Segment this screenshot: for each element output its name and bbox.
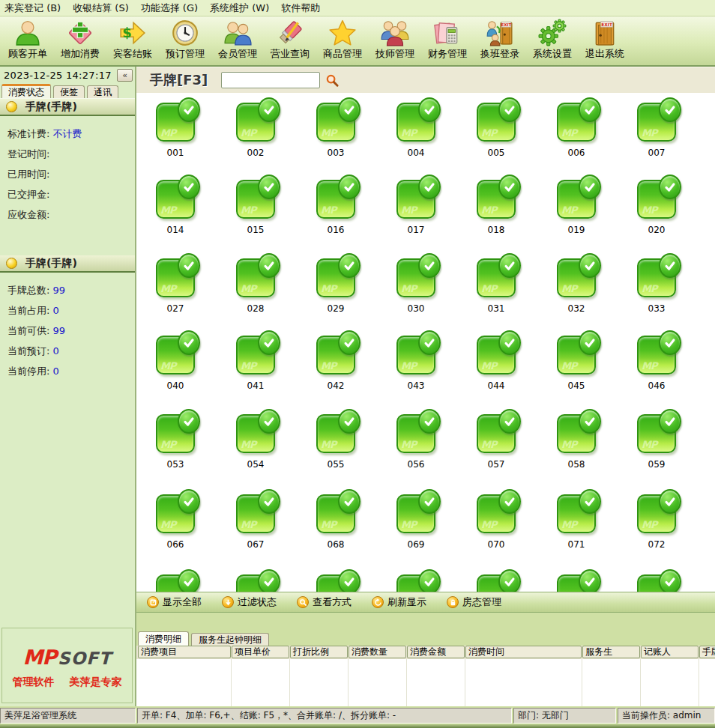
hand-tag[interactable]: MP — [456, 574, 536, 592]
hand-tag[interactable]: MP — [376, 574, 456, 592]
hand-tag[interactable]: MP — [216, 574, 295, 592]
hand-tag[interactable]: MP056 — [376, 414, 456, 470]
action-button-room-status[interactable]: 房态管理 — [447, 595, 501, 609]
hand-tag[interactable]: MP043 — [376, 336, 456, 391]
hand-tag-icon: MP — [316, 494, 355, 533]
hand-tag[interactable]: MP041 — [216, 336, 295, 391]
hand-tag[interactable]: MP029 — [296, 258, 375, 314]
hand-tag[interactable]: MP068 — [296, 494, 375, 550]
column-divider — [582, 659, 582, 706]
hand-tag[interactable]: MP005 — [456, 103, 536, 158]
search-icon[interactable] — [325, 73, 340, 88]
action-button-filter-status[interactable]: 过滤状态 — [222, 595, 277, 609]
hand-tag[interactable]: MP031 — [456, 258, 536, 314]
toolbar-button-exit[interactable]: EXIT退出系统 — [579, 18, 631, 64]
info-value: 0 — [52, 305, 58, 316]
hand-tag[interactable]: MP007 — [617, 103, 696, 158]
hand-tag[interactable]: MP020 — [617, 180, 696, 235]
column-header[interactable]: 记账人 — [641, 646, 699, 658]
hand-tag[interactable]: MP053 — [136, 414, 215, 470]
menu-item[interactable]: 功能选择 (G) — [141, 1, 198, 15]
toolbar-button-settings[interactable]: 系统设置 — [526, 18, 579, 64]
hand-tag[interactable]: MP001 — [136, 103, 215, 158]
hand-tag-icon: MP — [477, 494, 516, 533]
hand-tag[interactable]: MP016 — [296, 180, 375, 235]
mp-watermark: MP — [401, 283, 416, 294]
hand-tag[interactable]: MP045 — [537, 336, 616, 391]
hand-tag[interactable]: MP055 — [296, 414, 375, 470]
toolbar-button-business-query[interactable]: 营业查询 — [264, 18, 316, 64]
column-header[interactable]: 手牌 — [699, 646, 715, 658]
hand-tag[interactable]: MP069 — [376, 494, 456, 550]
hand-tag[interactable]: MP015 — [216, 180, 295, 235]
toolbar-button-add-consume[interactable]: 增加消费 — [54, 18, 106, 64]
hand-tag[interactable]: MP067 — [216, 494, 295, 550]
hand-tag[interactable]: MP066 — [136, 494, 215, 550]
hand-tag[interactable]: MP004 — [376, 103, 456, 158]
hand-tag[interactable]: MP040 — [136, 336, 215, 391]
hand-tag[interactable]: MP002 — [216, 103, 295, 158]
hand-tag[interactable]: MP003 — [296, 103, 375, 158]
action-button-refresh[interactable]: 刷新显示 — [372, 595, 426, 609]
collapse-sidebar-button[interactable]: « — [117, 69, 133, 82]
hand-tag[interactable]: MP — [296, 574, 375, 592]
toolbar-button-shift-login[interactable]: EXIT换班登录 — [474, 18, 526, 64]
sidebar-tab-consume-status[interactable]: 消费状态 — [1, 84, 51, 98]
hand-tag[interactable]: MP014 — [136, 180, 215, 235]
action-button-show-all[interactable]: 显示全部 — [147, 595, 202, 609]
hand-tag[interactable]: MP033 — [617, 258, 696, 314]
hand-tag[interactable]: MP059 — [617, 414, 696, 470]
hand-tag[interactable]: MP030 — [376, 258, 456, 314]
hand-tag[interactable]: MP071 — [537, 494, 616, 550]
hand-tag-icon: MP — [557, 574, 596, 592]
hand-tag[interactable]: MP017 — [376, 180, 456, 235]
action-button-view-mode[interactable]: 查看方式 — [297, 595, 352, 609]
hand-tag[interactable]: MP057 — [456, 414, 536, 470]
toolbar-button-finance[interactable]: 财务管理 — [421, 18, 474, 64]
hand-tag[interactable]: MP — [136, 574, 215, 592]
hand-tag-icon: MP — [477, 258, 516, 297]
search-input[interactable] — [221, 72, 320, 88]
menu-item[interactable]: 来宾登记 (B) — [4, 1, 61, 15]
detail-tab-consume-detail[interactable]: 消费明细 — [138, 631, 189, 646]
hand-tag[interactable]: MP006 — [537, 103, 616, 158]
sidebar-tab-communication[interactable]: 通讯 — [87, 85, 118, 98]
hand-tag[interactable]: MP027 — [136, 258, 215, 314]
hand-tag[interactable]: MP070 — [456, 494, 536, 550]
hand-tag[interactable]: MP058 — [537, 414, 616, 470]
column-header[interactable]: 消费数量 — [349, 646, 406, 658]
detail-tab-server-clock-detail[interactable]: 服务生起钟明细 — [191, 633, 269, 646]
hand-tag[interactable]: MP019 — [537, 180, 616, 235]
hand-tag[interactable]: MP018 — [456, 180, 536, 235]
menu-item[interactable]: 系统维护 (W) — [210, 1, 269, 15]
hand-tag[interactable]: MP032 — [537, 258, 616, 314]
hand-tag[interactable]: MP072 — [617, 494, 696, 550]
toolbar-button-label: 会员管理 — [218, 47, 257, 61]
hand-tag[interactable]: MP046 — [617, 336, 696, 391]
toolbar-button-member[interactable]: 会员管理 — [211, 18, 264, 64]
toolbar-button-technician[interactable]: 技师管理 — [369, 18, 421, 64]
column-header[interactable]: 消费项目 — [138, 646, 231, 658]
hand-tag[interactable]: MP — [617, 574, 696, 592]
column-header[interactable]: 项目单价 — [232, 646, 289, 658]
column-header[interactable]: 消费时间 — [465, 646, 582, 658]
hand-tag[interactable]: MP028 — [216, 258, 295, 314]
hand-tag[interactable]: MP042 — [296, 336, 375, 391]
check-badge-icon — [178, 175, 200, 199]
column-header[interactable]: 打折比例 — [290, 646, 348, 658]
toolbar-button-label: 营业查询 — [271, 47, 310, 61]
mp-watermark: MP — [241, 127, 256, 139]
toolbar-button-reservation[interactable]: 预订管理 — [159, 18, 211, 64]
menu-item[interactable]: 软件帮助 — [281, 1, 320, 15]
toolbar-button-goods[interactable]: 商品管理 — [316, 18, 369, 64]
menu-item[interactable]: 收银结算 (S) — [73, 1, 129, 15]
hand-tag-number: 067 — [216, 539, 295, 550]
toolbar-button-customer[interactable]: 顾客开单 — [1, 18, 54, 64]
toolbar-button-checkout[interactable]: $宾客结账 — [106, 18, 159, 64]
hand-tag[interactable]: MP054 — [216, 414, 295, 470]
column-header[interactable]: 服务生 — [582, 646, 640, 658]
hand-tag[interactable]: MP — [537, 574, 616, 592]
sidebar-tab-notes[interactable]: 便签 — [53, 85, 85, 98]
hand-tag[interactable]: MP044 — [456, 336, 536, 391]
column-header[interactable]: 消费金额 — [407, 646, 465, 658]
